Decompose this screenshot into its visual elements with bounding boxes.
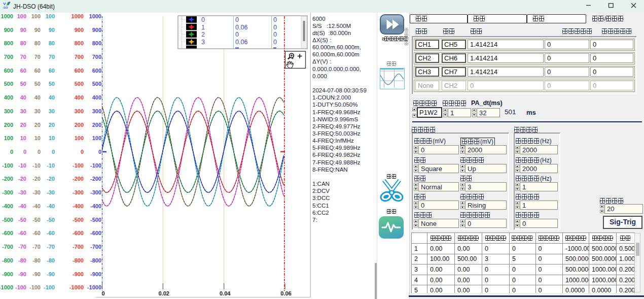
svg-text:400: 400 (4, 94, 13, 101)
svg-text:-800: -800 (90, 257, 101, 263)
svg-text:30: 30 (20, 108, 26, 114)
svg-text:0: 0 (235, 31, 239, 38)
svg-text:0: 0 (10, 149, 13, 155)
svg-text:60: 60 (49, 68, 55, 74)
svg-text:-50: -50 (32, 217, 41, 223)
svg-text:-500: -500 (90, 217, 101, 223)
svg-text:100: 100 (75, 135, 84, 141)
svg-text:-20: -20 (47, 176, 55, 182)
svg-text:800: 800 (4, 40, 13, 46)
svg-text:-80: -80 (47, 257, 55, 263)
svg-text:-300: -300 (2, 189, 13, 195)
svg-text:-1000: -1000 (0, 284, 13, 290)
svg-text:700: 700 (4, 54, 13, 60)
svg-text:-900: -900 (73, 271, 84, 277)
svg-text:-40: -40 (47, 203, 55, 209)
svg-text:-90: -90 (47, 271, 55, 277)
svg-text:-90: -90 (18, 271, 26, 277)
svg-text:-600: -600 (2, 230, 13, 236)
svg-text:100: 100 (31, 13, 41, 19)
svg-text:-400: -400 (73, 203, 84, 209)
svg-text:-700: -700 (2, 244, 13, 250)
svg-text:-200: -200 (90, 176, 101, 182)
svg-text:300: 300 (75, 108, 84, 114)
svg-text:-10: -10 (47, 162, 55, 169)
svg-text:0: 0 (273, 16, 277, 23)
svg-text:70: 70 (49, 54, 55, 60)
svg-text:50: 50 (49, 81, 55, 87)
svg-text:70: 70 (34, 54, 41, 60)
svg-text:20: 20 (34, 122, 41, 128)
svg-text:-700: -700 (73, 244, 84, 250)
svg-text:10: 10 (20, 135, 26, 141)
svg-text:0: 0 (273, 31, 277, 38)
svg-text:0.06: 0.06 (235, 24, 247, 31)
svg-text:30: 30 (34, 108, 41, 114)
svg-text:-30: -30 (18, 189, 26, 195)
svg-text:-100: -100 (2, 162, 13, 169)
svg-text:-40: -40 (18, 203, 26, 209)
svg-text:-80: -80 (18, 257, 26, 263)
svg-text:-300: -300 (90, 189, 101, 195)
svg-text:200: 200 (92, 122, 101, 128)
svg-text:1000: 1000 (1, 13, 13, 19)
svg-text:1: 1 (201, 24, 205, 31)
svg-text:400: 400 (75, 94, 84, 101)
svg-text:-800: -800 (73, 257, 84, 263)
svg-text:800: 800 (75, 40, 84, 46)
svg-text:60: 60 (20, 68, 26, 74)
svg-text:0.04: 0.04 (220, 290, 231, 296)
svg-text:-1000: -1000 (87, 284, 101, 290)
svg-text:400: 400 (92, 94, 101, 101)
svg-text:80: 80 (49, 40, 55, 46)
svg-text:-20: -20 (32, 176, 41, 182)
svg-text:60: 60 (34, 68, 41, 74)
svg-text:80: 80 (20, 40, 26, 46)
svg-text:900: 900 (92, 27, 101, 33)
svg-text:50: 50 (20, 81, 26, 87)
svg-text:-50: -50 (47, 217, 55, 223)
svg-text:-600: -600 (73, 230, 84, 236)
svg-text::SO: :SO (3, 6, 8, 9)
svg-text:-500: -500 (73, 217, 84, 223)
svg-text:0: 0 (273, 39, 277, 46)
svg-text:500: 500 (92, 81, 101, 87)
svg-text:0: 0 (52, 149, 55, 155)
svg-text:-100: -100 (90, 162, 101, 169)
svg-text:-10: -10 (18, 162, 26, 169)
svg-text:900: 900 (4, 27, 13, 33)
svg-text:40: 40 (20, 94, 26, 101)
svg-text:-20: -20 (18, 176, 26, 182)
svg-text:-70: -70 (47, 244, 55, 250)
svg-text:300: 300 (4, 108, 13, 114)
svg-text:0: 0 (235, 16, 239, 23)
svg-text:20: 20 (20, 122, 26, 128)
svg-text:100: 100 (17, 13, 26, 19)
svg-text:10: 10 (49, 135, 55, 141)
svg-text:-10: -10 (32, 162, 41, 169)
svg-text:1000: 1000 (71, 13, 84, 19)
svg-text:20: 20 (49, 122, 55, 128)
svg-text:-300: -300 (73, 189, 84, 195)
svg-text:600: 600 (75, 68, 84, 74)
svg-text:-60: -60 (32, 230, 41, 236)
svg-text:0: 0 (201, 16, 205, 23)
svg-text:-500: -500 (2, 217, 13, 223)
svg-text:500: 500 (75, 81, 84, 87)
svg-text:0.02: 0.02 (159, 290, 169, 296)
svg-text:600: 600 (4, 68, 13, 74)
svg-text:-1000: -1000 (69, 284, 84, 290)
svg-text:-900: -900 (90, 271, 101, 277)
svg-text:-200: -200 (73, 176, 84, 182)
svg-text:30: 30 (49, 108, 55, 114)
svg-text:-400: -400 (90, 203, 101, 209)
svg-text:90: 90 (49, 27, 55, 33)
svg-text:2: 2 (201, 31, 205, 38)
svg-text:-30: -30 (32, 189, 41, 195)
svg-text:-40: -40 (32, 203, 41, 209)
svg-text:40: 40 (49, 94, 55, 101)
svg-text:90: 90 (20, 27, 26, 33)
svg-text:0: 0 (98, 149, 101, 155)
svg-text:-70: -70 (32, 244, 41, 250)
svg-text:-80: -80 (32, 257, 41, 263)
